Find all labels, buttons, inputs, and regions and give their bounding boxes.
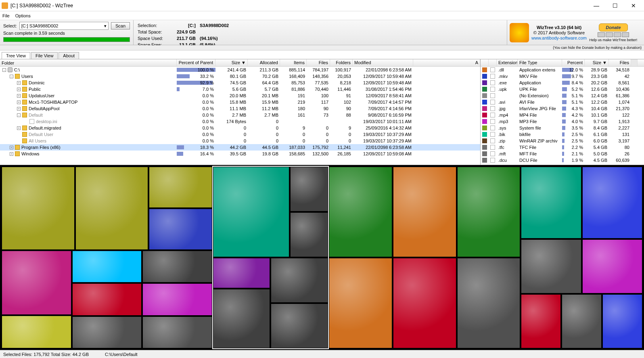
donate-help2: (You can hide the Donate button by makin… <box>0 45 644 50</box>
maximize-button[interactable]: ☐ <box>609 2 621 9</box>
tree-row[interactable]: desktop.ini0.0 %174 Bytes019/03/2017 10:… <box>0 118 480 125</box>
tree-row[interactable]: -Default0.0 %2.7 MB2.7 MB16173889/08/201… <box>0 112 480 118</box>
close-button[interactable]: ✕ <box>628 2 639 9</box>
color-swatch-icon <box>482 74 487 79</box>
tree-row[interactable]: -Users33.2 %80.1 GB70.2 GB168,409148,356… <box>0 73 480 80</box>
tree-row[interactable]: All Users0.0 %0000019/03/2017 10:37:29 A… <box>0 138 480 144</box>
tree-row[interactable]: +Mcx1-TOSHIBALAPTOP0.0 %15.8 MB15.9 MB21… <box>0 99 480 105</box>
color-swatch-icon <box>482 151 487 156</box>
tree-row[interactable]: +DefaultAppPool0.0 %11.1 MB11.2 MB180909… <box>0 105 480 112</box>
color-swatch-icon <box>482 113 487 117</box>
filetype-icon <box>490 138 495 143</box>
filetype-icon <box>490 151 495 156</box>
tree-row[interactable]: -C:\100.0 %241.4 GB211.3 GB885,114784,19… <box>0 67 480 73</box>
filetype-icon <box>490 119 495 124</box>
color-swatch-icon <box>482 80 487 85</box>
fld-icon <box>22 132 27 137</box>
fld-icon <box>22 126 27 130</box>
ext-row[interactable]: .aviAVI File5.1 %12.2 GB1,074 <box>481 99 644 105</box>
ext-row[interactable]: .mftMFT File2.1 %5.0 GB26 <box>481 151 644 157</box>
expand-icon[interactable]: + <box>10 146 13 149</box>
donate-button[interactable]: Donate <box>599 23 627 31</box>
view-tabs: Tree View File View About <box>0 50 644 59</box>
color-swatch-icon <box>482 138 487 143</box>
tab-about[interactable]: About <box>59 52 79 59</box>
tree-row[interactable]: +Program Files (x86)18.3 %44.2 GB44.5 GB… <box>0 144 480 151</box>
color-swatch-icon <box>482 132 487 137</box>
toolbar-strip: Select: [C:] S3A9988D002 ▾ Scan Scan com… <box>0 20 644 45</box>
ext-row[interactable]: .mp3MP3 File4.0 %9.7 GB1,913 <box>481 118 644 125</box>
ext-row[interactable]: .jpgIrfanView JPG File4.3 %10.4 GB21,370 <box>481 105 644 112</box>
ext-row[interactable]: .dcuDCU File1.9 %4.5 GB60,639 <box>481 157 644 163</box>
fld-icon <box>22 138 27 143</box>
filetype-icon <box>490 74 495 79</box>
ext-row[interactable]: .mkvMKV File9.7 %23.3 GB42 <box>481 73 644 80</box>
menu-options[interactable]: Options <box>15 13 31 18</box>
expand-icon[interactable]: + <box>17 94 21 98</box>
payment-cards-icon <box>598 32 629 37</box>
drive-select-value: [C:] S3A9988D002 <box>21 23 59 28</box>
ext-row[interactable]: .zipWinRAR ZIP archiv2.5 %6.0 GB3,197 <box>481 138 644 144</box>
drive-select[interactable]: [C:] S3A9988D002 ▾ <box>19 22 109 30</box>
minimize-button[interactable]: — <box>591 2 602 9</box>
ext-row[interactable]: .tfcTFC File2.2 %5.4 GB80 <box>481 144 644 151</box>
treemap[interactable] <box>0 165 644 350</box>
tree-header[interactable]: Folder Percent of Parent Size ▼ Allocate… <box>0 59 480 67</box>
ext-row[interactable]: .mp4MP4 File4.2 %10.1 GB122 <box>481 112 644 118</box>
tab-file-view[interactable]: File View <box>31 52 58 59</box>
chevron-down-icon: ▾ <box>104 23 107 29</box>
filetype-icon <box>490 106 495 111</box>
filetype-icon <box>490 87 495 92</box>
scan-status: Scan complete in 3.59 seconds <box>3 31 130 36</box>
ext-row[interactable]: .sysSystem file3.5 %8.4 GB2,227 <box>481 125 644 131</box>
status-bar: Selected Files: 175,792 Total Size: 44.2… <box>0 350 644 358</box>
fld-icon <box>15 74 20 79</box>
ext-row[interactable]: .upkUPK File5.2 %12.6 GB10,436 <box>481 86 644 92</box>
tree-row[interactable]: +Default.migrated0.0 %0090925/09/2016 4:… <box>0 125 480 131</box>
donate-help1: Help us make WizTree better! <box>590 38 638 42</box>
expand-icon[interactable]: - <box>10 75 13 78</box>
expand-icon[interactable]: + <box>17 81 21 85</box>
ext-row[interactable]: .exeApplication8.4 %20.2 GB8,561 <box>481 80 644 86</box>
ext-row[interactable]: .dllApplication extens12.0 %28.9 GB34,51… <box>481 67 644 73</box>
tree-row[interactable]: +Dominic92.9 %74.5 GB64.4 GB85,75377,535… <box>0 80 480 86</box>
color-swatch-icon <box>482 87 487 92</box>
status-selected: Selected Files: 175,792 Total Size: 44.2… <box>3 352 89 357</box>
color-swatch-icon <box>482 145 487 150</box>
expand-icon[interactable]: + <box>17 88 21 91</box>
drv-icon <box>8 67 13 72</box>
tree-row[interactable]: +Windows16.4 %39.5 GB19.8 GB158,685132,5… <box>0 151 480 157</box>
ext-header[interactable]: Extension File Type Percent Size ▼ Files <box>481 59 644 67</box>
brand-url[interactable]: www.antibody-software.com <box>531 36 587 40</box>
fld-icon <box>22 93 27 98</box>
fld-icon <box>22 80 27 85</box>
expand-icon[interactable]: - <box>17 113 21 117</box>
app-icon <box>2 2 8 9</box>
menu-file[interactable]: File <box>2 13 10 18</box>
ext-row[interactable]: .bikbikfile2.5 %6.1 GB131 <box>481 131 644 138</box>
ext-row[interactable]: (No Extension)5.1 %12.4 GB61,386 <box>481 92 644 99</box>
status-path: C:\Users\Default <box>105 352 138 357</box>
window-title: [C:] S3A9988D002 - WizTree <box>10 3 591 8</box>
ext-body[interactable]: .dllApplication extens12.0 %28.9 GB34,51… <box>481 67 644 165</box>
tree-row[interactable]: Default User0.0 %0000019/03/2017 10:37:2… <box>0 131 480 138</box>
expand-icon[interactable]: - <box>2 68 6 72</box>
scan-button[interactable]: Scan <box>111 22 130 29</box>
color-swatch-icon <box>482 126 487 130</box>
expand-icon[interactable]: + <box>17 126 21 130</box>
filetype-icon <box>490 158 495 163</box>
expand-icon[interactable]: + <box>10 152 13 156</box>
expand-icon[interactable]: + <box>17 107 21 111</box>
color-swatch-icon <box>482 100 487 105</box>
filetype-icon <box>490 132 495 137</box>
expand-icon[interactable]: + <box>17 100 21 104</box>
tree-row[interactable]: +Public7.0 %5.6 GB5.7 GB81,88670,44011,4… <box>0 86 480 92</box>
filetype-icon <box>490 126 495 130</box>
filetype-icon <box>490 145 495 150</box>
tree-row[interactable]: +UpdatusUser0.0 %20.0 MB20.1 MB191100911… <box>0 92 480 99</box>
color-swatch-icon <box>482 106 487 111</box>
tab-tree-view[interactable]: Tree View <box>2 52 30 59</box>
color-swatch-icon <box>482 119 487 124</box>
fld-icon <box>15 151 20 156</box>
tree-body[interactable]: -C:\100.0 %241.4 GB211.3 GB885,114784,19… <box>0 67 480 165</box>
